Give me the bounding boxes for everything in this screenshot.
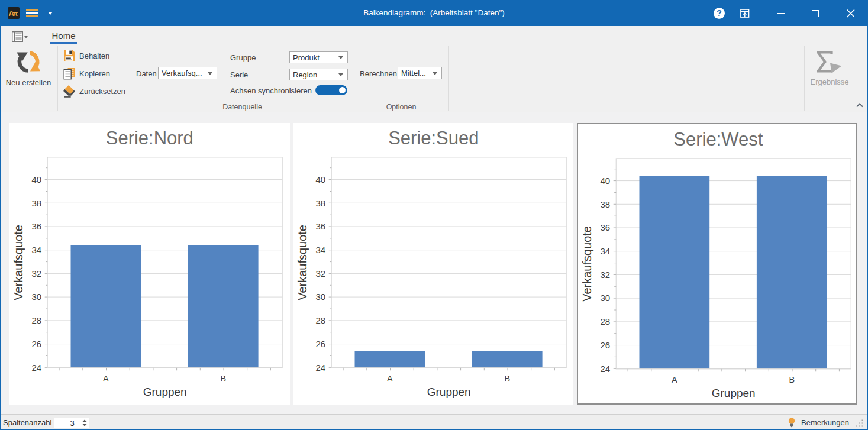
svg-text:24: 24 (601, 363, 611, 373)
svg-text:32: 32 (601, 269, 611, 279)
svg-text:38: 38 (32, 198, 42, 208)
svg-text:26: 26 (601, 340, 611, 350)
svg-text:B: B (504, 373, 510, 383)
svg-text:38: 38 (601, 199, 611, 209)
svg-text:36: 36 (315, 221, 325, 231)
svg-text:34: 34 (315, 245, 325, 255)
svg-text:Serie:Sued: Serie:Sued (388, 128, 479, 148)
svg-text:30: 30 (601, 293, 611, 303)
svg-text:28: 28 (32, 315, 42, 325)
svg-text:Serie:Nord: Serie:Nord (106, 128, 193, 148)
svg-text:36: 36 (601, 222, 611, 232)
svg-text:36: 36 (32, 221, 42, 231)
svg-text:40: 40 (32, 174, 42, 185)
svg-text:40: 40 (315, 174, 325, 185)
svg-text:24: 24 (32, 362, 42, 372)
svg-text:28: 28 (601, 316, 611, 326)
svg-text:A: A (387, 373, 393, 383)
svg-text:30: 30 (315, 292, 325, 302)
svg-text:Verkaufsquote: Verkaufsquote (580, 226, 593, 302)
svg-text:32: 32 (32, 268, 42, 278)
svg-text:38: 38 (315, 198, 325, 208)
svg-text:34: 34 (32, 245, 42, 255)
svg-text:Verkaufsquote: Verkaufsquote (295, 225, 308, 300)
svg-text:A: A (672, 374, 677, 384)
svg-text:26: 26 (32, 339, 42, 349)
svg-text:34: 34 (601, 246, 611, 256)
svg-text:Gruppen: Gruppen (712, 387, 756, 399)
svg-text:Serie:West: Serie:West (674, 129, 763, 150)
svg-text:40: 40 (601, 176, 611, 186)
svg-text:Verkaufsquote: Verkaufsquote (12, 225, 25, 300)
svg-text:24: 24 (315, 362, 325, 372)
svg-text:B: B (221, 373, 227, 383)
svg-text:Gruppen: Gruppen (143, 386, 187, 398)
svg-text:28: 28 (315, 315, 325, 325)
svg-text:A: A (103, 373, 109, 383)
svg-text:30: 30 (32, 292, 42, 302)
svg-text:Gruppen: Gruppen (427, 386, 471, 398)
svg-text:26: 26 (315, 339, 325, 349)
svg-text:B: B (789, 374, 795, 384)
svg-text:32: 32 (315, 268, 325, 278)
